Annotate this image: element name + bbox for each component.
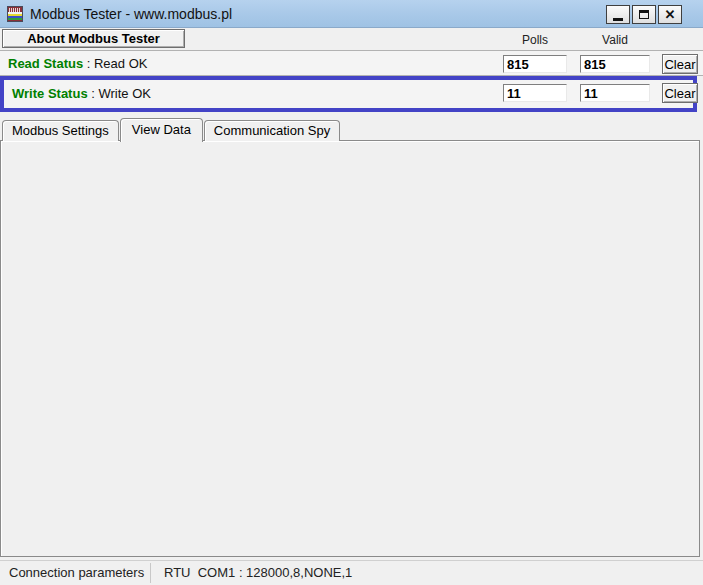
read-valid-responses-field[interactable] bbox=[580, 55, 650, 73]
app-icon bbox=[7, 6, 23, 22]
polls-header: Polls bbox=[503, 33, 567, 47]
minimize-button[interactable] bbox=[606, 5, 630, 24]
read-status-label: Read Status : Read OK bbox=[8, 51, 147, 75]
close-button[interactable]: ✕ bbox=[658, 5, 682, 24]
read-status-title: Read Status bbox=[8, 56, 83, 71]
minimize-icon bbox=[613, 18, 623, 21]
tab-communication-spy[interactable]: Communication Spy bbox=[204, 120, 340, 141]
app-window: Modbus Tester - www.modbus.pl ✕ About Mo… bbox=[0, 0, 703, 585]
write-status-title: Write Status bbox=[12, 86, 88, 101]
write-status-label: Write Status : Write OK bbox=[12, 80, 151, 108]
read-polls-field[interactable] bbox=[503, 55, 567, 73]
write-polls-field[interactable] bbox=[503, 84, 567, 102]
view-data-panel bbox=[0, 140, 700, 557]
write-status-row: Write Status : Write OK Clear bbox=[4, 80, 693, 108]
tab-modbus-settings[interactable]: Modbus Settings bbox=[2, 120, 119, 141]
maximize-button[interactable] bbox=[632, 5, 656, 24]
tab-view-data[interactable]: View Data bbox=[120, 118, 203, 142]
write-status-highlight: Write Status : Write OK Clear bbox=[0, 76, 697, 112]
write-valid-responses-field[interactable] bbox=[580, 84, 650, 102]
about-button[interactable]: About Modbus Tester bbox=[2, 29, 185, 48]
status-bar: Connection parameters RTU COM1 : 128000,… bbox=[0, 560, 703, 585]
statusbar-divider bbox=[150, 563, 151, 583]
read-status-row: Read Status : Read OK Clear bbox=[0, 50, 703, 76]
write-clear-button[interactable]: Clear bbox=[662, 83, 698, 103]
close-icon: ✕ bbox=[665, 8, 676, 21]
read-clear-button[interactable]: Clear bbox=[662, 54, 698, 74]
maximize-icon bbox=[639, 10, 649, 19]
write-status-value: : Write OK bbox=[88, 86, 151, 101]
statusbar-left-text: Connection parameters bbox=[9, 561, 144, 585]
title-bar: Modbus Tester - www.modbus.pl ✕ bbox=[0, 0, 703, 28]
window-title: Modbus Tester - www.modbus.pl bbox=[30, 0, 232, 28]
tab-strip: Modbus Settings View Data Communication … bbox=[2, 117, 341, 141]
statusbar-connection-params: RTU COM1 : 128000,8,NONE,1 bbox=[164, 561, 352, 585]
read-status-value: : Read OK bbox=[83, 56, 147, 71]
